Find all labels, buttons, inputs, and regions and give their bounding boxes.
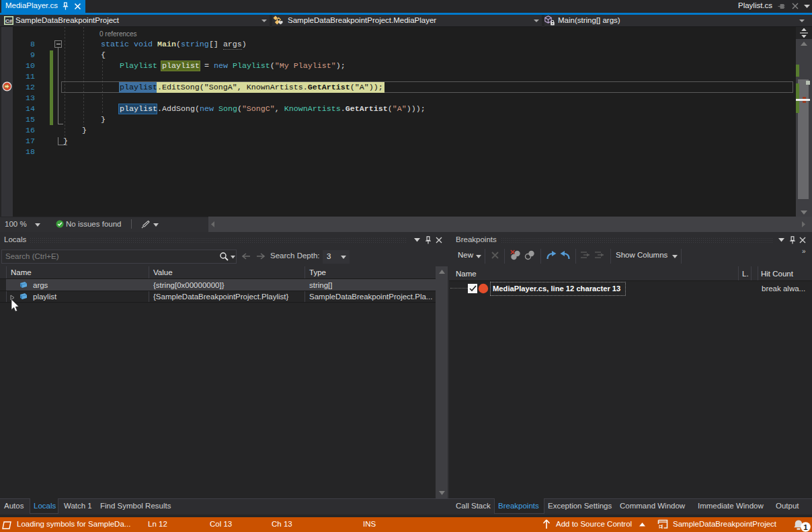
svg-text:C#: C# xyxy=(5,18,13,24)
svg-text:1: 1 xyxy=(803,523,808,531)
